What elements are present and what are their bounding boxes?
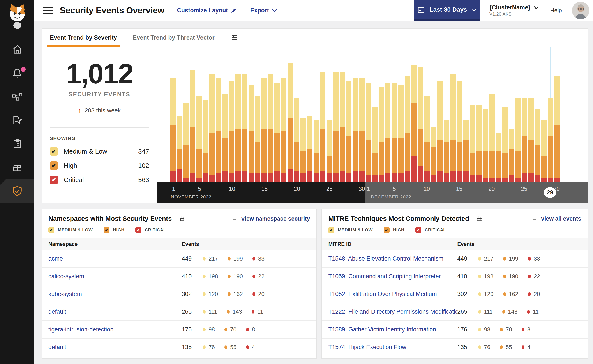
checkbox-medium-low[interactable]: ✔ <box>50 147 58 156</box>
view-namespace-security-link[interactable]: → View namespace security <box>232 215 310 222</box>
chart-bar[interactable] <box>209 50 215 182</box>
checkbox-high[interactable]: ✔ <box>104 227 109 233</box>
help-link[interactable]: Help <box>550 7 562 14</box>
sidebar-item-compliance[interactable] <box>0 132 34 156</box>
namespace-link[interactable]: kube-system <box>48 291 182 298</box>
chart-bar[interactable] <box>535 50 540 182</box>
chart-bar[interactable] <box>326 50 332 182</box>
panel-filter-icon[interactable] <box>476 215 483 222</box>
filter-chip-high[interactable]: ✔ HIGH <box>104 227 124 233</box>
filter-chip-critical[interactable]: ✔ CRITICAL <box>415 227 446 233</box>
user-avatar[interactable] <box>572 2 589 19</box>
chart-bar[interactable] <box>528 50 534 182</box>
chart-bar[interactable] <box>541 50 547 182</box>
chart-bar[interactable] <box>509 50 514 182</box>
legend-row-high[interactable]: ✔ High 102 <box>50 162 149 170</box>
chart-bar[interactable] <box>483 50 488 182</box>
chart-bar[interactable] <box>300 50 306 182</box>
filter-chip-critical[interactable]: ✔ CRITICAL <box>135 227 166 233</box>
chart-bar[interactable] <box>307 50 313 182</box>
chart-bar[interactable] <box>502 50 508 182</box>
cluster-selector[interactable]: {ClusterName} V1.26 AKS <box>489 4 539 17</box>
chart-bar[interactable] <box>476 50 482 182</box>
chart-bar[interactable] <box>242 50 247 182</box>
chart-bar[interactable] <box>235 50 241 182</box>
namespace-link[interactable]: tigera-intrusion-detection <box>48 326 182 333</box>
chart-bar[interactable] <box>287 50 293 182</box>
sidebar-item-service-graph[interactable] <box>0 85 34 109</box>
namespace-link[interactable]: default <box>48 308 182 315</box>
mitre-technique-link[interactable]: T1574: Hijack Execution Flow <box>328 344 457 351</box>
chart-bar[interactable] <box>333 50 339 182</box>
chart-bar[interactable] <box>385 50 391 182</box>
checkbox-medium-low[interactable]: ✔ <box>328 227 334 233</box>
chart-bar[interactable] <box>379 50 384 182</box>
chart-bar[interactable] <box>450 50 456 182</box>
chart-bar[interactable] <box>418 50 423 182</box>
panel-filter-icon[interactable] <box>179 215 186 222</box>
chart-bar[interactable] <box>431 50 436 182</box>
chart-bar[interactable] <box>222 50 228 182</box>
mitre-technique-link[interactable]: T1052: Exfiltration Over Physical Medium <box>328 291 457 298</box>
selected-day-indicator[interactable]: 29 <box>544 187 556 198</box>
chart-bar[interactable] <box>470 50 475 182</box>
namespace-link[interactable]: acme <box>48 255 182 262</box>
chart-bar[interactable] <box>437 50 443 182</box>
checkbox-critical[interactable]: ✔ <box>135 227 141 233</box>
mitre-technique-link[interactable]: T1548: Abuse Elevation Control Mechanism <box>328 255 457 262</box>
legend-row-medium-low[interactable]: ✔ Medium & Low 347 <box>50 147 149 156</box>
chart-bar[interactable] <box>340 50 345 182</box>
filter-chip-medium-low[interactable]: ✔ MEDIUM & LOW <box>48 227 93 233</box>
chart-bar[interactable] <box>229 50 234 182</box>
sidebar-item-home[interactable] <box>0 38 34 61</box>
namespace-link[interactable]: default <box>48 344 182 351</box>
mitre-technique-link[interactable]: T1059: Command and Scripting Interpreter <box>328 273 457 280</box>
chart-bar[interactable] <box>268 50 273 182</box>
chart-bar[interactable] <box>320 50 325 182</box>
chart-bar[interactable] <box>554 50 560 182</box>
filter-chip-medium-low[interactable]: ✔ MEDIUM & LOW <box>328 227 373 233</box>
chart-bar[interactable] <box>255 50 260 182</box>
chart-bar[interactable] <box>398 50 404 182</box>
sidebar-item-threat-defense[interactable] <box>0 179 34 203</box>
chart-bar[interactable] <box>170 50 176 182</box>
hamburger-menu-icon[interactable] <box>43 6 53 14</box>
customize-layout-button[interactable]: Customize Layout <box>177 7 237 14</box>
chart-bar[interactable] <box>424 50 430 182</box>
chart-filter-icon[interactable] <box>230 33 239 42</box>
sidebar-item-reports[interactable] <box>0 109 34 132</box>
view-all-events-link[interactable]: → View all events <box>532 215 581 222</box>
filter-chip-high[interactable]: ✔ HIGH <box>384 227 405 233</box>
legend-row-critical[interactable]: ✔ Critical 563 <box>50 176 149 184</box>
chart-bar[interactable] <box>177 50 182 182</box>
chart-bar[interactable] <box>405 50 410 182</box>
checkbox-critical[interactable]: ✔ <box>50 176 58 184</box>
chart-bar[interactable] <box>346 50 352 182</box>
chart-bar[interactable] <box>183 50 189 182</box>
chart-bar[interactable] <box>216 50 221 182</box>
chart-bar[interactable] <box>366 50 371 182</box>
calico-cat-logo[interactable] <box>6 3 29 29</box>
chart-bar[interactable] <box>261 50 267 182</box>
checkbox-medium-low[interactable]: ✔ <box>48 227 54 233</box>
chart-bar[interactable] <box>522 50 527 182</box>
tab-event-trend-by-threat-vector[interactable]: Event Trend by Threat Vector <box>133 29 215 47</box>
chart-bar[interactable] <box>515 50 521 182</box>
namespace-link[interactable]: calico-system <box>48 273 182 280</box>
chart-bar[interactable] <box>313 50 319 182</box>
chart-bar[interactable] <box>463 50 469 182</box>
mitre-technique-link[interactable]: T1222: File and Directory Permissions Mo… <box>328 308 457 315</box>
chart-bar[interactable] <box>203 50 208 182</box>
chart-bar[interactable] <box>248 50 254 182</box>
chart-bar[interactable] <box>274 50 280 182</box>
chart-bar[interactable] <box>372 50 378 182</box>
tab-event-trend-by-severity[interactable]: Event Trend by Severity <box>50 29 117 47</box>
chart-bar[interactable] <box>548 50 553 182</box>
chart-bar[interactable] <box>444 50 449 182</box>
chart-bar[interactable] <box>196 50 202 182</box>
mitre-technique-link[interactable]: T1589: Gather Victim Identity Informatio… <box>328 326 457 333</box>
checkbox-critical[interactable]: ✔ <box>415 227 421 233</box>
date-range-button[interactable]: Last 30 Days <box>414 0 480 21</box>
chart-bar[interactable] <box>392 50 397 182</box>
chart-bar[interactable] <box>281 50 287 182</box>
